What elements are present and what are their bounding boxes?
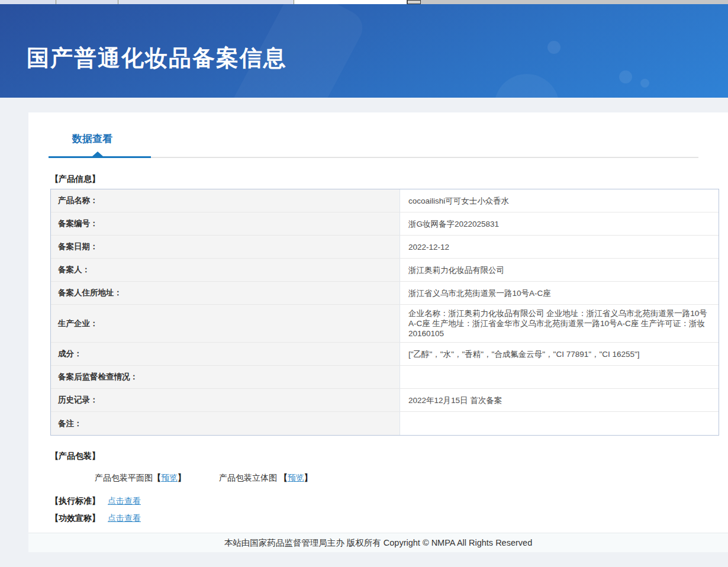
packaging-stereo-item: 产品包装立体图 【预览】: [219, 473, 313, 484]
row-value: 2022年12月15日 首次备案: [400, 389, 719, 411]
bracket-open: 【: [279, 473, 288, 482]
row-label: 生产企业：: [51, 305, 400, 342]
bracket-close: 】: [178, 473, 186, 482]
table-row: 生产企业： 企业名称：浙江奥莉力化妆品有限公司 企业地址：浙江省义乌市北苑街道景…: [51, 305, 719, 343]
decorative-circle: [547, 41, 561, 54]
table-row: 备案编号： 浙G妆网备字2022025831: [51, 212, 719, 236]
preview-stereo-link[interactable]: 预览: [288, 473, 304, 482]
row-label: 备案日期：: [51, 236, 400, 258]
tab-bar: 数据查看: [28, 112, 728, 158]
row-value: 2022-12-12: [400, 236, 719, 258]
section-product-info: 【产品信息】: [50, 174, 728, 185]
content-card: 数据查看 【产品信息】 产品名称： cocoailishi可可女士小众香水 备案…: [28, 112, 728, 552]
table-row: 备案后监督检查情况：: [51, 366, 719, 389]
table-row: 成分： ["乙醇"，"水"，"香精"，"合成氟金云母"，"CI 77891"，"…: [51, 343, 719, 366]
packaging-flat-label: 产品包装平面图: [95, 473, 153, 482]
packaging-flat-item: 产品包装平面图【预览】: [95, 473, 186, 484]
browser-tab-sliver: [56, 0, 118, 4]
footer-copyright: 本站由国家药品监督管理局主办 版权所有 Copyright © NMPA All…: [28, 533, 728, 552]
efficacy-view-link[interactable]: 点击查看: [108, 513, 141, 524]
row-label: 成分：: [51, 343, 400, 365]
efficacy-row: 【功效宣称】 点击查看: [50, 513, 728, 524]
row-label: 备案后监督检查情况：: [51, 366, 400, 388]
tab-active-indicator: [49, 156, 151, 158]
row-label: 历史记录：: [51, 389, 400, 411]
page-title: 国产普通化妆品备案信息: [27, 43, 287, 73]
page-banner: 国产普通化妆品备案信息: [0, 4, 728, 98]
table-row: 备注：: [51, 412, 719, 435]
packaging-items: 产品包装平面图【预览】 产品包装立体图 【预览】: [95, 473, 728, 484]
tab-data-view[interactable]: 数据查看: [72, 132, 112, 146]
browser-button-sliver: [407, 0, 421, 4]
table-row: 历史记录： 2022年12月15日 首次备案: [51, 389, 719, 412]
row-label: 备注：: [51, 412, 400, 435]
table-row: 备案人住所地址： 浙江省义乌市北苑街道景一路10号A-C座: [51, 282, 719, 305]
section-standard: 【执行标准】: [50, 496, 100, 507]
browser-chrome-rest: [421, 0, 728, 4]
browser-addressbar-sliver: [294, 0, 407, 4]
row-value: 浙江奥莉力化妆品有限公司: [400, 259, 719, 281]
row-value: cocoailishi可可女士小众香水: [400, 189, 719, 212]
row-label: 备案人住所地址：: [51, 282, 400, 304]
decorative-circle: [619, 70, 632, 83]
bracket-close: 】: [304, 473, 313, 482]
decorative-circle: [494, 74, 559, 98]
row-value: 浙江省义乌市北苑街道景一路10号A-C座: [400, 282, 719, 304]
section-packaging: 【产品包装】: [50, 451, 728, 462]
row-value: 浙G妆网备字2022025831: [400, 212, 719, 235]
tab-caret-icon: [92, 152, 103, 156]
standard-view-link[interactable]: 点击查看: [108, 496, 141, 507]
table-row: 产品名称： cocoailishi可可女士小众香水: [51, 189, 719, 212]
row-value: 企业名称：浙江奥莉力化妆品有限公司 企业地址：浙江省义乌市北苑街道景一路10号A…: [400, 305, 719, 342]
decorative-circle: [640, 79, 649, 88]
row-value: ["乙醇"，"水"，"香精"，"合成氟金云母"，"CI 77891"，"CI 1…: [400, 343, 719, 365]
preview-flat-link[interactable]: 预览: [161, 473, 178, 482]
standard-row: 【执行标准】 点击查看: [50, 496, 728, 507]
browser-chrome-sliver: [0, 0, 728, 4]
product-info-table: 产品名称： cocoailishi可可女士小众香水 备案编号： 浙G妆网备字20…: [50, 189, 719, 436]
row-label: 备案人：: [51, 259, 400, 281]
table-row: 备案人： 浙江奥莉力化妆品有限公司: [51, 259, 719, 282]
bracket-open: 【: [153, 473, 161, 482]
row-label: 产品名称：: [51, 189, 400, 212]
section-efficacy: 【功效宣称】: [50, 513, 100, 524]
browser-tab-sliver: [0, 0, 56, 4]
browser-tab-sliver: [118, 0, 294, 4]
row-value: [400, 412, 719, 435]
row-label: 备案编号：: [51, 212, 400, 235]
packaging-stereo-label: 产品包装立体图: [219, 473, 279, 482]
row-value: [400, 366, 719, 388]
tab-underline: [49, 157, 698, 158]
table-row: 备案日期： 2022-12-12: [51, 236, 719, 259]
